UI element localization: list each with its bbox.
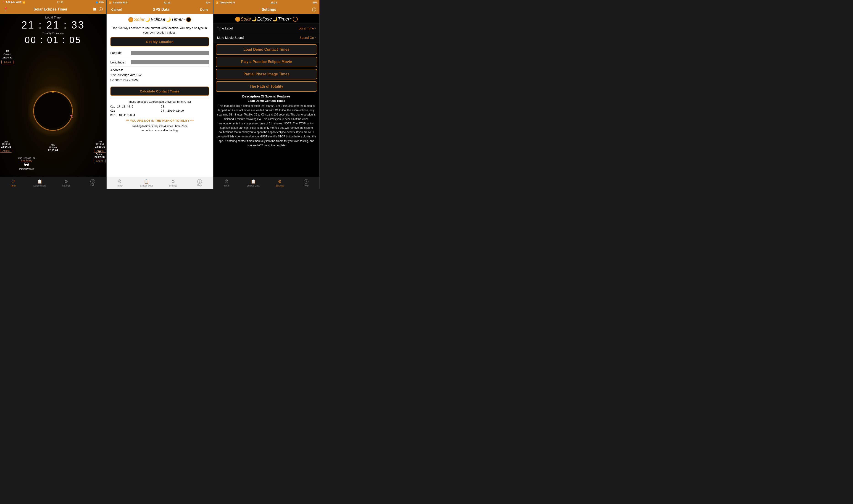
status-bar-3: 📶 T-Mobile Wi-Fi 21:23 62%: [213, 0, 319, 5]
c2-label: 2ndContact: [0, 140, 12, 145]
status-right-3: 62%: [313, 1, 317, 4]
help-icon-3: ?: [304, 179, 308, 184]
max-eclipse: MaxEclipse 22:15:04: [48, 144, 58, 151]
time-label-value: Local Time ›: [298, 26, 316, 30]
nav-title-1: Solar Eclipse Timer: [8, 7, 93, 12]
adjust-btn-2[interactable]: Adjust: [0, 149, 12, 153]
tab-help-2[interactable]: ? Help: [186, 177, 213, 189]
calculate-btn[interactable]: Calculate Contact Times: [110, 87, 209, 96]
sun-icon-3: [235, 17, 240, 22]
status-time-3: 21:23: [270, 1, 277, 4]
time-label-row[interactable]: Time Label Local Time ›: [213, 24, 319, 33]
partial-phase-label: Partial Phase Image Times: [243, 72, 289, 76]
tab-timer-1[interactable]: ⏱ Timer: [0, 177, 26, 189]
max-time: 22:15:04: [48, 149, 58, 151]
tab-settings-label-3: Settings: [276, 184, 284, 187]
logo-container-2: Solar 🌙 Eclipse 🌙 Timer ™: [128, 17, 191, 22]
latitude-value[interactable]: ██████████: [131, 51, 209, 55]
logo-timer-3: Timer: [278, 16, 289, 22]
panel-gps: 📶 T-Mobile Wi-Fi 21:23 62% Cancel GPS Da…: [107, 0, 213, 189]
tab-settings-2[interactable]: ⚙ Settings: [160, 177, 186, 189]
nav-bar-3: Settings ⓘ: [213, 5, 319, 14]
carrier-2: T-Mobile Wi-Fi: [112, 1, 128, 4]
tab-settings-3[interactable]: ⚙ Settings: [266, 177, 293, 189]
moon-icon-2: 🌙: [145, 17, 150, 22]
mute-sound-value: Sound On ›: [300, 36, 316, 39]
not-totality-warning: *** YOU ARE NOT IN THE PATH OF TOTALITY …: [110, 119, 209, 122]
tab-eclipse-label-2: Eclipse Data: [140, 184, 153, 187]
moon-icon-3b: 🌙: [272, 17, 278, 22]
carrier-3: T-Mobile Wi-Fi: [219, 1, 235, 4]
logo-container-3: Solar 🌙 Eclipse 🌙 Timer ™: [235, 16, 298, 22]
panel-settings: 📶 T-Mobile Wi-Fi 21:23 62% Settings ⓘ So…: [213, 0, 320, 189]
tab-help-1[interactable]: ? Help: [79, 177, 106, 189]
contact-times-grid: C1: 17:12:49.2 C3: C2: C4: 20:04:24.9: [110, 105, 209, 112]
tab-eclipse-data-1[interactable]: 📋 Eclipse Data: [26, 177, 53, 189]
svg-point-7: [35, 93, 70, 128]
adjust-btn-1[interactable]: Adjust: [1, 60, 14, 64]
max-label: MaxEclipse: [48, 144, 58, 149]
timer-main: Local Time 21 : 21 : 33 Totality Duratio…: [0, 14, 106, 189]
tab-bar-2: ⏱ Timer 📋 Eclipse Data ⚙ Settings ? Help: [107, 177, 213, 189]
mute-sound-row[interactable]: Mute Movie Sound Sound On ›: [213, 33, 319, 42]
moon-icon-2b: 🌙: [166, 17, 171, 22]
status-time-2: 21:23: [164, 1, 170, 4]
tab-eclipse-data-2[interactable]: 📋 Eclipse Data: [133, 177, 160, 189]
big-clock: 21 : 21 : 33: [0, 19, 106, 31]
c2-result: C2:: [110, 109, 158, 112]
longitude-value[interactable]: ████████████: [131, 60, 209, 65]
c4-label: 4thContact: [94, 151, 106, 156]
contact-2: 2ndContact 22:14:31 Adjust: [0, 140, 12, 153]
glasses-area: Use Glasses For Eye Safety 🕶 Partial Pha…: [0, 157, 53, 170]
eye-safety-text: Eye Safety: [0, 159, 53, 162]
local-time-label: Local Time: [0, 16, 106, 19]
local-time-value: Local Time: [298, 26, 314, 30]
tab-settings-1[interactable]: ⚙ Settings: [53, 177, 79, 189]
tm-3: ™: [290, 18, 292, 20]
eclipse-data-icon-1: 📋: [37, 179, 42, 184]
battery-2: 62%: [206, 1, 211, 4]
help-icon-1: ?: [90, 179, 95, 184]
tab-timer-2[interactable]: ⏱ Timer: [107, 177, 133, 189]
mute-sound-text: Mute Movie Sound: [217, 36, 244, 39]
c3-result: C3:: [161, 105, 209, 108]
play-movie-btn[interactable]: Play a Practice Eclipse Movie: [216, 57, 317, 67]
tab-help-3[interactable]: ? Help: [293, 177, 319, 189]
get-location-btn[interactable]: Get My Location: [110, 37, 209, 46]
tab-bar-3: ⏱ Timer 📋 Eclipse Data ⚙ Settings ? Help: [213, 177, 319, 189]
tab-settings-label-1: Settings: [62, 184, 70, 187]
carrier-icon-2: 📶: [109, 1, 112, 4]
eclipse-ring: [28, 86, 78, 136]
logo-solar-3: Solar: [241, 16, 251, 22]
mid-time: MID: 18:41:50.4: [110, 114, 209, 117]
desc-text: This feature loads a demo session that s…: [217, 104, 316, 148]
glasses-icon: 🕶: [0, 162, 53, 168]
longitude-row: Longitude: ████████████: [110, 58, 209, 67]
timer-icon-1: ⏱: [11, 179, 15, 184]
adjust-btn-4[interactable]: Adjust: [94, 159, 106, 163]
location-nav-icon: 📍: [3, 7, 8, 12]
moon-icon-3: 🌙: [252, 17, 256, 22]
status-bar-1: 📍 T-Mobile Wi-Fi 📶 21:21 🔷 63%: [0, 0, 106, 5]
stop-icon[interactable]: ⏹: [93, 7, 97, 12]
path-totality-btn[interactable]: The Path of Totality: [216, 81, 317, 92]
done-btn[interactable]: Done: [199, 7, 210, 12]
load-demo-btn[interactable]: Load Demo Contact Times: [216, 44, 317, 55]
info-icon-3[interactable]: ⓘ: [312, 7, 316, 12]
tab-timer-label-2: Timer: [117, 184, 123, 187]
latitude-label: Latitude:: [110, 51, 131, 55]
address-section: Address: 172 Rutledge Ave SW Concord NC …: [110, 68, 209, 83]
eclipse-area: 1stContact 21:24:31 Adjust 2ndContact 22…: [0, 45, 106, 177]
status-right-1: 🔷 63%: [95, 1, 104, 4]
c3-time: 22:15:36: [94, 145, 106, 148]
cancel-btn[interactable]: Cancel: [110, 7, 123, 12]
c3-label: 3rdContact: [94, 140, 106, 145]
tab-eclipse-data-3[interactable]: 📋 Eclipse Data: [240, 177, 266, 189]
nav-title-3: Settings: [226, 7, 312, 12]
tab-timer-3[interactable]: ⏱ Timer: [213, 177, 240, 189]
partial-phase-btn[interactable]: Partial Phase Image Times: [216, 69, 317, 79]
info-icon-1[interactable]: ⓘ: [99, 6, 103, 12]
utc-note: These times are Coordinated Universal Ti…: [110, 98, 209, 103]
settings-icon-1: ⚙: [65, 179, 68, 184]
logo-eclipse-2: Eclipse: [150, 17, 165, 22]
